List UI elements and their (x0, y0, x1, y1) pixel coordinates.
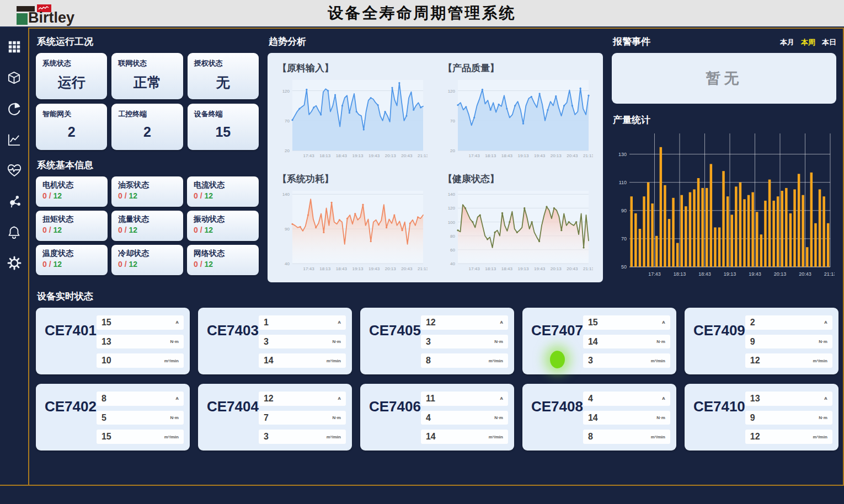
device-metric-row: 8A (97, 392, 184, 406)
chart-power-consumption-plot: 409014017:4318:1318:4319:1319:4320:1320:… (277, 186, 428, 274)
footer-bar (0, 486, 844, 504)
chart-health-status-plot: 40608010012014017:4318:1318:4319:1319:43… (443, 186, 593, 274)
svg-text:17:43: 17:43 (303, 153, 315, 158)
device-metric-unit: m³/min (327, 435, 341, 439)
info-card: 冷却状态0 / 12 (111, 245, 183, 275)
molecule-icon (7, 194, 22, 209)
svg-text:18:43: 18:43 (336, 153, 348, 158)
page-title: 设备全寿命周期管理系统 (328, 3, 516, 24)
device-metric-row: 3N·m (421, 335, 508, 349)
svg-text:110: 110 (619, 180, 627, 185)
alarm-tab-本月[interactable]: 本月 (780, 37, 794, 47)
device-card-CE7408[interactable]: CE74084A14N·m8m³/min (522, 384, 676, 451)
alarm-header: 报警事件 本月本周本日 (612, 29, 836, 53)
device-rows: 2A9N·m12m³/min (745, 315, 832, 368)
status-card-label: 工控终端 (118, 109, 176, 119)
chart-power-consumption: 【系统功耗】 409014017:4318:1318:4319:1319:432… (277, 170, 428, 280)
device-metric-row: 15A (583, 315, 670, 330)
sidebar-item-trends[interactable] (6, 131, 23, 148)
svg-text:120: 120 (448, 206, 456, 211)
pie-chart-icon (7, 101, 22, 116)
status-card: 授权状态无 (188, 53, 259, 99)
device-metric-unit: m³/min (489, 358, 503, 363)
device-metric-value: 14 (426, 432, 436, 442)
sidebar-item-alarms[interactable] (6, 224, 23, 240)
line-chart-icon (7, 132, 22, 147)
info-card-label: 冷却状态 (118, 249, 177, 259)
info-card: 网络状态0 / 12 (187, 245, 259, 275)
device-card-CE7405[interactable]: CE740512A3N·m8m³/min (360, 308, 514, 374)
status-card-label: 联网状态 (118, 58, 176, 68)
svg-text:90: 90 (285, 227, 290, 232)
status-card-label: 智能网关 (42, 109, 100, 119)
device-metric-row: 9N·m (745, 335, 832, 349)
device-metric-unit: m³/min (164, 435, 179, 439)
top-grid: 系统运行工况 系统状态运行联网状态正常授权状态无智能网关2工控终端2设备终端15… (36, 29, 836, 282)
device-card-CE7409[interactable]: CE74092A9N·m12m³/min (685, 308, 838, 374)
status-card-label: 设备终端 (194, 109, 252, 119)
device-metric-row: 14N·m (583, 335, 670, 349)
info-card-label: 流量状态 (118, 215, 177, 224)
sidebar-item-topology[interactable] (6, 193, 23, 210)
device-name: CE7404 (207, 398, 259, 444)
svg-text:17:43: 17:43 (469, 266, 480, 271)
device-metric-value: 8 (102, 394, 106, 404)
device-metric-unit: A (500, 320, 503, 325)
device-metric-unit: A (662, 320, 665, 325)
svg-text:120: 120 (448, 89, 456, 94)
sidebar-item-statistics[interactable] (6, 100, 23, 117)
device-metric-unit: A (338, 320, 341, 325)
device-metric-unit: m³/min (327, 358, 341, 363)
sidebar-item-equipment[interactable] (6, 69, 23, 86)
alarm-tab-本日[interactable]: 本日 (822, 37, 836, 47)
device-metric-value: 12 (264, 394, 274, 404)
device-metric-unit: N·m (494, 339, 503, 344)
device-metric-value: 14 (588, 337, 598, 347)
device-card-CE7410[interactable]: CE741013A9N·m12m³/min (685, 384, 838, 451)
svg-text:21:13: 21:13 (418, 153, 428, 158)
device-card-CE7401[interactable]: CE740115A13N·m10m³/min (36, 308, 190, 374)
device-metric-row: 5N·m (97, 411, 184, 425)
sidebar-item-settings[interactable] (6, 255, 23, 271)
chart-power-consumption-title: 【系统功耗】 (277, 173, 428, 185)
device-metric-row: 3m³/min (583, 353, 670, 368)
svg-text:130: 130 (618, 152, 627, 157)
chart-raw-input-title: 【原料输入】 (277, 62, 428, 74)
alarm-tab-本周[interactable]: 本周 (801, 37, 815, 47)
sidebar-item-dashboard[interactable] (6, 39, 23, 55)
device-name: CE7402 (45, 398, 97, 444)
right-column: 报警事件 本月本周本日 暂无 产量统计 50709011013017:4318:… (612, 29, 836, 282)
device-metric-unit: N·m (656, 339, 665, 344)
info-card-label: 扭矩状态 (42, 215, 101, 224)
status-card: 系统状态运行 (36, 53, 107, 99)
device-metric-row: 14N·m (583, 411, 670, 425)
device-rows: 15A14N·m3m³/min (583, 315, 670, 368)
svg-text:20: 20 (285, 148, 290, 153)
device-card-CE7402[interactable]: CE74028A5N·m15m³/min (36, 384, 190, 451)
svg-text:50: 50 (621, 264, 627, 270)
device-metric-unit: m³/min (813, 358, 827, 363)
svg-text:140: 140 (448, 192, 456, 197)
svg-text:18:13: 18:13 (485, 153, 496, 158)
device-metric-unit: N·m (819, 339, 827, 344)
info-card: 扭矩状态0 / 12 (36, 211, 108, 241)
device-card-CE7406[interactable]: CE740611A4N·m14m³/min (360, 384, 514, 451)
device-metric-unit: N·m (332, 339, 341, 344)
device-card-CE7407[interactable]: CE740715A14N·m3m³/min (522, 308, 676, 374)
device-metric-row: 12m³/min (745, 353, 832, 368)
device-metric-unit: A (175, 396, 179, 401)
svg-text:70: 70 (450, 119, 455, 124)
info-count-numerator: 0 / (42, 260, 53, 269)
device-card-CE7404[interactable]: CE740412A7N·m3m³/min (198, 384, 352, 451)
system-status-grid: 系统状态运行联网状态正常授权状态无智能网关2工控终端2设备终端15 (36, 53, 259, 150)
info-card: 电流状态0 / 12 (187, 176, 259, 207)
device-metric-unit: m³/min (489, 435, 503, 439)
device-metric-value: 5 (102, 413, 106, 423)
device-name: CE7405 (369, 322, 421, 368)
info-card-label: 温度状态 (42, 249, 101, 259)
device-metric-unit: m³/min (651, 435, 665, 439)
device-card-CE7403[interactable]: CE74031A3N·m14m³/min (198, 308, 352, 374)
device-metric-value: 13 (102, 337, 111, 347)
sidebar-item-health[interactable] (6, 162, 23, 179)
device-rows: 13A9N·m12m³/min (745, 392, 832, 444)
